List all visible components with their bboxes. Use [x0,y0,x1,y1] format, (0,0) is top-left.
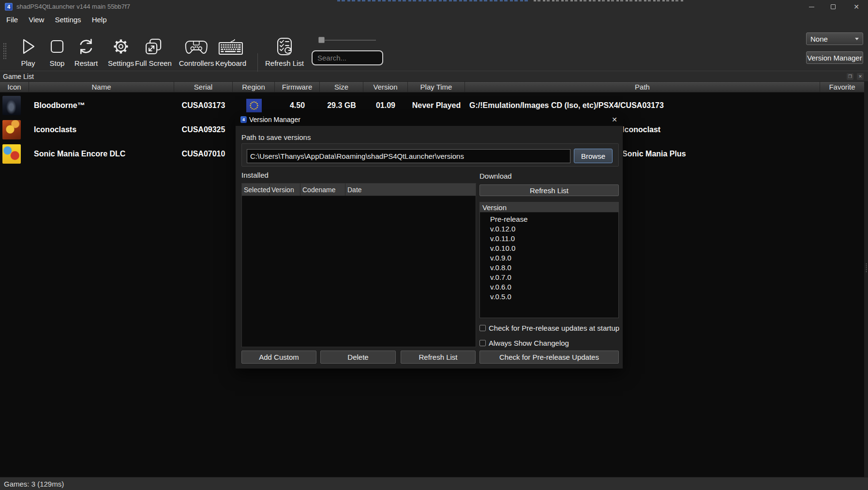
version-item[interactable]: v.0.11.0 [480,233,618,243]
changelog-checkbox-row[interactable]: Always Show Changelog [479,339,569,347]
version-item[interactable]: v.0.7.0 [480,272,618,282]
keyboard-button[interactable]: Keyboard [215,35,246,67]
controllers-icon [184,37,209,56]
version-list-header[interactable]: Version [480,202,618,213]
bloodborne-cover [2,96,21,115]
play-button[interactable]: Play [19,35,37,67]
maximize-icon [831,4,836,9]
prerelease-checkbox[interactable] [479,325,486,331]
installed-col-selected[interactable]: Selected [242,184,269,196]
column-header-name[interactable]: Name [29,82,174,92]
version-manager-button[interactable]: Version Manager [806,51,863,64]
version-item[interactable]: v.0.5.0 [480,291,618,301]
status-bar: Games: 3 (129ms) [0,477,868,490]
theme-select[interactable]: None [806,32,863,45]
installed-table[interactable]: Selected Version Codename Date [241,183,476,347]
settings-button[interactable]: Settings [108,35,134,67]
background-window-text-artifact [337,0,528,1]
download-refresh-button[interactable]: Refresh List [479,184,619,196]
version-item[interactable]: v.0.9.0 [480,253,618,262]
controllers-button[interactable]: Controllers [179,35,214,67]
chevron-down-icon [855,38,859,40]
stop-icon [48,37,66,56]
minimize-icon [809,7,814,7]
restart-icon [77,37,95,56]
menu-settings[interactable]: Settings [49,15,86,24]
title-bar: 4 shadPS4QtLauncher v144 main 55bb7f7 ✕ [0,0,868,14]
column-header-favorite[interactable]: Favorite [820,82,864,92]
menu-file[interactable]: File [1,15,23,24]
dialog-refresh-list-button[interactable]: Refresh List [401,351,476,364]
version-item[interactable]: v.0.12.0 [480,224,618,233]
menu-bar: File View Settings Help [0,14,868,25]
version-manager-dialog: 4 Version Manager ✕ Path to save version… [235,113,623,369]
add-custom-button[interactable]: Add Custom [241,351,316,364]
prerelease-checkbox-row[interactable]: Check for Pre-release updates at startup [479,324,619,332]
version-item[interactable]: v.0.8.0 [480,262,618,272]
keyboard-icon [217,37,244,56]
path-input[interactable] [247,149,570,163]
sonic-mania-cover [2,144,21,164]
refresh-list-button[interactable]: Refresh List [265,35,304,67]
dialog-app-icon: 4 [240,116,247,123]
window-title: shadPS4QtLauncher v144 main 55bb7f7 [16,3,130,10]
splitter-handle[interactable] [865,263,868,273]
icon-size-slider-groove[interactable] [325,40,376,41]
column-header-playtime[interactable]: Play Time [408,82,465,92]
right-splitter[interactable] [864,81,868,477]
play-icon [19,37,37,56]
settings-icon [112,37,130,56]
dialog-close-button[interactable]: ✕ [607,115,622,124]
installed-col-date[interactable]: Date [345,184,476,196]
close-button[interactable]: ✕ [846,0,867,14]
minimize-button[interactable] [801,0,822,14]
installed-table-header: Selected Version Codename Date [242,184,476,196]
browse-button[interactable]: Browse [574,149,613,163]
refresh-list-icon [275,37,294,56]
maximize-button[interactable] [823,0,844,14]
search-input[interactable] [312,50,383,65]
version-item[interactable]: v.0.6.0 [480,282,618,291]
changelog-checkbox[interactable] [479,340,486,346]
path-label: Path to save versions [241,133,311,141]
toolbar-grip[interactable] [3,43,7,60]
download-label: Download [479,172,512,180]
toolbar: Play Stop Restart Settings [0,25,868,71]
fullscreen-icon [144,37,163,56]
games-count: Games: 3 (129ms) [4,480,64,488]
background-window-text-artifact2 [534,0,684,1]
installed-col-version[interactable]: Version [269,184,300,196]
icon-size-slider-handle[interactable] [318,37,325,43]
menu-view[interactable]: View [23,15,49,24]
column-header-icon[interactable]: Icon [0,82,29,92]
version-list[interactable]: Version Pre-release v.0.12.0 v.0.11.0 v.… [479,202,619,318]
version-item[interactable]: Pre-release [480,214,618,224]
fullscreen-button[interactable]: Full Screen [135,35,172,67]
check-prerelease-updates-button[interactable]: Check for Pre-release Updates [479,351,619,364]
dock-float-button[interactable]: ❐ [847,73,853,80]
column-header-size[interactable]: Size [320,82,363,92]
iconoclasts-cover [2,120,21,139]
restart-button[interactable]: Restart [75,35,98,67]
close-icon: ✕ [853,3,859,10]
game-table-header: Icon Name Serial Region Firmware Size Ve… [0,81,864,92]
stop-button[interactable]: Stop [48,35,66,67]
dock-close-button[interactable]: ✕ [857,73,864,80]
game-list-panel-title: Game List [0,72,868,81]
column-header-region[interactable]: Region [233,82,275,92]
version-item[interactable]: v.0.10.0 [480,243,618,253]
column-header-version[interactable]: Version [363,82,408,92]
app-icon: 4 [5,3,13,11]
menu-help[interactable]: Help [87,15,112,24]
column-header-serial[interactable]: Serial [174,82,233,92]
installed-col-codename[interactable]: Codename [300,184,345,196]
delete-button[interactable]: Delete [320,351,396,364]
column-header-path[interactable]: Path [465,82,820,92]
column-header-firmware[interactable]: Firmware [275,82,320,92]
eu-flag-icon [246,99,262,112]
installed-label: Installed [241,171,269,179]
dialog-title: Version Manager [249,116,300,123]
